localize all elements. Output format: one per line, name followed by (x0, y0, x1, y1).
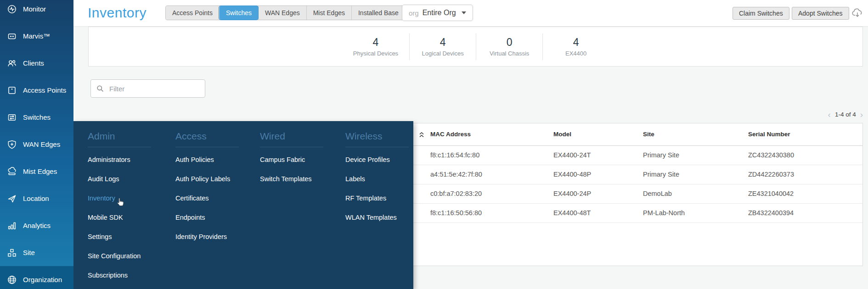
tab-wan-edges[interactable]: WAN Edges (258, 6, 306, 20)
menu-column-admin: Admin Administrators Audit Logs Inventor… (88, 130, 151, 285)
cell-site: Primary Site (643, 165, 679, 184)
cell-model: EX4400-48P (553, 165, 591, 184)
cell-mac-address: a4:51:5e:42:7f:80 (430, 165, 482, 184)
wan-edges-icon (7, 139, 17, 150)
sidebar-item-mist-edges[interactable]: Mist Edges (0, 158, 73, 185)
column-header-serial-number[interactable]: Serial Number (748, 123, 790, 145)
menu-item-administrators[interactable]: Administrators (88, 150, 151, 169)
device-type-tabs: Access Points Switches WAN Edges Mist Ed… (165, 6, 406, 20)
stat-value: 0 (487, 36, 531, 49)
sidebar-item-location[interactable]: Location (0, 185, 73, 212)
stat-ex4400: 4 EX4400 (543, 33, 609, 60)
pagination-range: 1-4 of 4 (835, 111, 856, 118)
menu-item-certificates[interactable]: Certificates (175, 189, 239, 208)
menu-item-labels[interactable]: Labels (345, 169, 409, 189)
sidebar-item-clients[interactable]: Clients (0, 50, 73, 77)
search-icon (96, 85, 104, 92)
org-scope-prefix: org (409, 9, 419, 17)
pagination-prev-icon[interactable]: ‹ (828, 110, 831, 119)
stat-label: Physical Devices (353, 50, 398, 57)
pagination-next-icon[interactable]: › (860, 110, 863, 119)
hand-cursor-icon (117, 198, 124, 207)
sidebar-item-access-points[interactable]: Access Points (0, 77, 73, 104)
location-icon (7, 194, 17, 204)
site-icon (7, 248, 17, 258)
analytics-icon (7, 221, 17, 231)
sidebar-item-analytics[interactable]: Analytics (0, 212, 73, 239)
cell-site: DemoLab (643, 184, 672, 203)
clients-icon (7, 58, 17, 68)
sort-ascending-icon (419, 131, 424, 139)
tab-access-points[interactable]: Access Points (166, 6, 219, 20)
menu-item-auth-policies[interactable]: Auth Policies (175, 150, 239, 169)
menu-column-wireless: Wireless Device Profiles Labels RF Templ… (345, 130, 409, 227)
inventory-summary-card: 4 Physical Devices 4 Logical Devices 0 V… (88, 27, 863, 67)
marvis-icon (7, 31, 17, 41)
menu-item-campus-fabric[interactable]: Campus Fabric (260, 150, 323, 169)
org-scope-select[interactable]: org Entire Org (402, 5, 473, 21)
menu-item-rf-templates[interactable]: RF Templates (345, 189, 409, 208)
organization-mega-menu: Admin Administrators Audit Logs Inventor… (73, 121, 413, 289)
sidebar-item-wan-edges[interactable]: WAN Edges (0, 131, 73, 158)
sidebar-nav: Monitor Marvis™ Clients Access Points (0, 0, 73, 289)
menu-item-identity-providers[interactable]: Identity Providers (175, 227, 239, 246)
sidebar-item-marvis[interactable]: Marvis™ (0, 22, 73, 50)
organization-icon (7, 275, 17, 285)
stat-physical-devices: 4 Physical Devices (342, 33, 410, 60)
chevron-down-icon (462, 11, 466, 14)
menu-section-title: Wireless (345, 130, 409, 147)
column-header-mac-address[interactable]: MAC Address (430, 123, 471, 145)
menu-item-mobile-sdk[interactable]: Mobile SDK (88, 208, 151, 227)
stat-value: 4 (421, 36, 465, 49)
stat-value: 4 (554, 36, 598, 49)
menu-item-inventory[interactable]: Inventory (88, 189, 151, 208)
menu-item-label: Inventory (88, 195, 115, 202)
topbar: Inventory Access Points Switches WAN Edg… (73, 0, 868, 27)
sidebar-item-label: Analytics (23, 222, 51, 229)
claim-switches-button[interactable]: Claim Switches (733, 7, 789, 20)
sidebar-item-label: Clients (23, 59, 44, 67)
menu-item-switch-templates[interactable]: Switch Templates (260, 169, 323, 189)
tab-switches[interactable]: Switches (219, 6, 258, 20)
mist-edges-icon (7, 167, 17, 177)
menu-item-audit-logs[interactable]: Audit Logs (88, 169, 151, 189)
sidebar-item-organization[interactable]: Organization (0, 266, 73, 289)
tab-installed-base[interactable]: Installed Base (351, 6, 405, 20)
menu-item-device-profiles[interactable]: Device Profiles (345, 150, 409, 169)
cell-site: Primary Site (643, 146, 679, 165)
column-header-model[interactable]: Model (553, 123, 571, 145)
page-title: Inventory (88, 0, 147, 26)
menu-column-access: Access Auth Policies Auth Policy Labels … (175, 130, 239, 246)
sidebar-item-monitor[interactable]: Monitor (0, 0, 73, 22)
column-header-site[interactable]: Site (643, 123, 654, 145)
menu-item-settings[interactable]: Settings (88, 227, 151, 246)
menu-item-auth-policy-labels[interactable]: Auth Policy Labels (175, 169, 239, 189)
stat-label: Virtual Chassis (487, 50, 531, 57)
adopt-switches-button[interactable]: Adopt Switches (792, 7, 849, 20)
cell-model: EX4400-24P (553, 184, 591, 203)
filter-input[interactable] (108, 84, 199, 93)
cell-mac-address: f8:c1:16:54:fc:80 (430, 146, 479, 165)
org-scope-value: Entire Org (423, 9, 456, 17)
pagination: ‹ 1-4 of 4 › (828, 110, 863, 119)
menu-column-wired: Wired Campus Fabric Switch Templates (260, 130, 323, 189)
menu-item-endpoints[interactable]: Endpoints (175, 208, 239, 227)
sidebar-item-label: Mist Edges (23, 167, 57, 175)
sidebar-item-site[interactable]: Site (0, 239, 73, 266)
cell-model: EX4400-48T (553, 204, 591, 222)
cloud-download-icon[interactable] (851, 8, 864, 19)
sidebar-item-switches[interactable]: Switches (0, 104, 73, 131)
sidebar-item-label: Site (23, 249, 35, 256)
menu-item-site-configuration[interactable]: Site Configuration (88, 246, 151, 266)
cell-serial-number: ZD4422260373 (748, 165, 794, 184)
cell-model: EX4400-24T (553, 146, 591, 165)
tab-mist-edges[interactable]: Mist Edges (306, 6, 351, 20)
stat-label: EX4400 (554, 50, 598, 57)
menu-item-subscriptions[interactable]: Subscriptions (88, 266, 151, 285)
menu-section-title: Wired (260, 130, 323, 147)
menu-item-wlan-templates[interactable]: WLAN Templates (345, 208, 409, 227)
cell-serial-number: ZE4321040042 (748, 184, 794, 203)
stat-value: 4 (353, 36, 398, 49)
sidebar-item-label: Location (23, 195, 49, 202)
cell-serial-number: ZB4322400394 (748, 204, 794, 222)
